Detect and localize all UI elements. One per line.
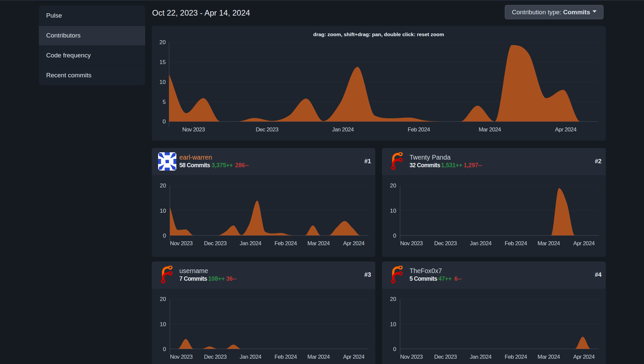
svg-text:10: 10: [390, 208, 396, 214]
svg-text:Apr 2024: Apr 2024: [555, 126, 576, 133]
svg-text:20: 20: [159, 39, 166, 45]
svg-text:Dec 2023: Dec 2023: [256, 126, 278, 133]
svg-text:Mar 2024: Mar 2024: [308, 354, 330, 360]
svg-text:20: 20: [390, 182, 396, 189]
svg-text:20: 20: [390, 296, 396, 302]
svg-text:Mar 2024: Mar 2024: [538, 240, 560, 247]
svg-text:0: 0: [163, 233, 166, 239]
svg-text:Apr 2024: Apr 2024: [573, 354, 595, 360]
svg-text:0: 0: [393, 346, 396, 352]
svg-text:15: 15: [159, 59, 166, 65]
svg-text:0: 0: [163, 346, 166, 352]
svg-text:Mar 2024: Mar 2024: [538, 354, 560, 360]
svg-text:Jan 2024: Jan 2024: [470, 240, 492, 247]
svg-text:Nov 2023: Nov 2023: [182, 126, 205, 133]
svg-text:10: 10: [160, 208, 166, 214]
svg-text:20: 20: [160, 182, 166, 189]
svg-text:Feb 2024: Feb 2024: [408, 126, 430, 133]
svg-text:Apr 2024: Apr 2024: [573, 240, 595, 247]
svg-text:Nov 2023: Nov 2023: [170, 354, 193, 360]
svg-text:Jan 2024: Jan 2024: [240, 240, 261, 247]
svg-text:Jan 2024: Jan 2024: [240, 354, 261, 360]
svg-text:Nov 2023: Nov 2023: [170, 240, 193, 247]
svg-text:Feb 2024: Feb 2024: [505, 354, 527, 360]
svg-text:Mar 2024: Mar 2024: [308, 240, 330, 247]
svg-text:Feb 2024: Feb 2024: [274, 240, 297, 247]
svg-text:Jan 2024: Jan 2024: [332, 126, 354, 133]
svg-text:Apr 2024: Apr 2024: [343, 354, 364, 360]
svg-text:Nov 2023: Nov 2023: [400, 240, 423, 247]
svg-text:Dec 2023: Dec 2023: [204, 240, 227, 247]
svg-text:10: 10: [160, 321, 166, 328]
svg-text:Jan 2024: Jan 2024: [470, 354, 492, 360]
svg-text:0: 0: [163, 118, 166, 125]
svg-text:Mar 2024: Mar 2024: [479, 126, 501, 133]
svg-text:Dec 2023: Dec 2023: [434, 354, 457, 360]
svg-text:20: 20: [160, 296, 166, 302]
svg-text:Nov 2023: Nov 2023: [400, 354, 423, 360]
svg-text:Feb 2024: Feb 2024: [274, 354, 297, 360]
svg-text:5: 5: [163, 99, 166, 105]
svg-text:Dec 2023: Dec 2023: [204, 354, 227, 360]
svg-text:Feb 2024: Feb 2024: [505, 240, 527, 247]
svg-text:Dec 2023: Dec 2023: [434, 240, 457, 247]
svg-text:0: 0: [393, 233, 396, 239]
svg-text:Apr 2024: Apr 2024: [343, 240, 364, 247]
svg-text:10: 10: [159, 79, 166, 85]
svg-text:10: 10: [390, 321, 396, 328]
svg-text:drag: zoom, shift+drag: pan, d: drag: zoom, shift+drag: pan, double clic…: [313, 32, 444, 37]
